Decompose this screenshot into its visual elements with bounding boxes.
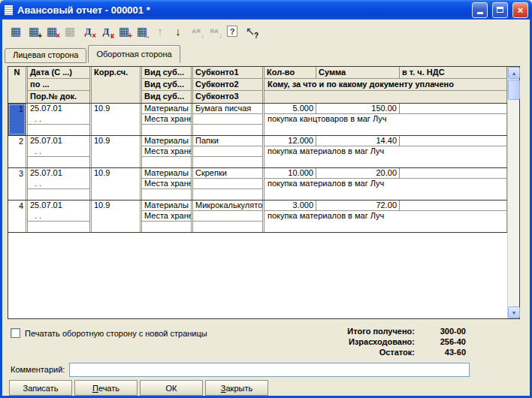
cell-corr[interactable]: 10.9 (92, 201, 140, 211)
cell-qty[interactable]: 10.000 (264, 168, 316, 179)
cell-date-to[interactable]: . . (28, 179, 89, 189)
comment-label: Комментарий: (11, 365, 65, 374)
cell-vid3[interactable] (142, 189, 191, 200)
cell-docnum[interactable] (28, 189, 89, 200)
cell-sub2[interactable] (193, 146, 262, 157)
cell-date-to[interactable]: . . (28, 114, 89, 125)
cell-sum[interactable]: 72.00 (316, 201, 400, 211)
table-row: 3 25.07.01 . . 10.9 Материалы Места хран… (8, 168, 507, 201)
cell-vid2[interactable]: Места хранения (142, 211, 191, 222)
cell-sub3[interactable] (193, 189, 262, 200)
cell-vid1[interactable]: Материалы (142, 168, 191, 179)
header-date3: Пор.№ док. (28, 91, 89, 103)
cell-sub2[interactable] (193, 114, 262, 125)
delete-row-icon[interactable]: ▦× (43, 23, 61, 40)
title-bar[interactable]: Авансовый отчет - 000001 * × (0, 0, 532, 20)
dk-icon[interactable]: Дк (97, 23, 115, 40)
corr-column: 10.9 (91, 168, 141, 200)
cell-sub3[interactable] (193, 157, 262, 167)
insert-row-icon[interactable]: ▦ (7, 23, 25, 40)
cell-sub1[interactable]: Папки (193, 136, 262, 146)
move-down-icon[interactable]: ↓ (169, 23, 187, 40)
cell-vid1[interactable]: Материалы (142, 201, 191, 211)
sort-az-icon: АЯ↓ (187, 23, 205, 40)
cell-comment[interactable]: покупка канцтоваров в маг Луч (264, 114, 506, 125)
cell-vid1[interactable]: Материалы (142, 104, 191, 114)
cell-date-to[interactable]: . . (28, 146, 89, 157)
row-number-cell[interactable]: 1 (8, 104, 26, 135)
cell-comment[interactable]: покупка материалов в маг Луч (264, 146, 506, 157)
cell-corr[interactable]: 10.9 (92, 168, 140, 179)
table-header: N Дата (С ...) по ... Пор.№ док. Корр.сч… (8, 67, 507, 104)
cell-sum[interactable]: 150.00 (316, 104, 400, 114)
tab-front-side[interactable]: Лицевая сторона (5, 48, 86, 63)
date-column: 25.07.01 . . (27, 201, 90, 232)
cell-vid2[interactable]: Места хранения (142, 114, 191, 125)
cell-sub3[interactable] (193, 125, 262, 135)
cell-vid2[interactable]: Места хранения (142, 146, 191, 157)
goto-row-icon[interactable]: ▦→ (133, 23, 151, 40)
cell-qty[interactable]: 3.000 (264, 201, 316, 211)
row-number-cell[interactable]: 2 (8, 136, 26, 167)
header-payee: Кому, за что и по какому документу уплач… (264, 79, 506, 91)
cell-sub3[interactable] (193, 222, 262, 232)
cell-vid3[interactable] (142, 125, 191, 135)
cell-docnum[interactable] (28, 157, 89, 167)
scroll-up-icon[interactable]: ▲ (508, 67, 520, 79)
cell-vid1[interactable]: Материалы (142, 136, 191, 146)
close-button[interactable]: × (512, 2, 528, 18)
cell-sub1[interactable]: Бумага писчая (193, 104, 262, 114)
cell-date-to[interactable]: . . (28, 211, 89, 222)
cell-date[interactable]: 25.07.01 (28, 201, 89, 211)
dk-cross-icon[interactable]: Д× (79, 23, 97, 40)
cell-sub2[interactable] (193, 211, 262, 222)
save-button[interactable]: Записать (9, 380, 72, 396)
icon-glyph: ЯА (210, 29, 219, 35)
cell-date[interactable]: 25.07.01 (28, 104, 89, 114)
row-number-cell[interactable]: 3 (8, 168, 26, 200)
cell-date[interactable]: 25.07.01 (28, 168, 89, 179)
cell-date[interactable]: 25.07.01 (28, 136, 89, 146)
advance-report-window: { "colors": { "titlebar": "#0b4fd7", "se… (0, 0, 532, 398)
cell-vat[interactable] (400, 201, 506, 211)
help-icon[interactable]: ? (223, 23, 241, 40)
cell-sum[interactable]: 14.40 (316, 136, 400, 146)
vertical-scrollbar[interactable]: ▲ ▼ (507, 67, 519, 318)
cell-vid2[interactable]: Места хранения (142, 179, 191, 189)
scrollbar-thumb[interactable] (508, 80, 520, 100)
cell-docnum[interactable] (28, 125, 89, 135)
cell-docnum[interactable] (28, 222, 89, 232)
cell-corr[interactable]: 10.9 (92, 104, 140, 114)
add-row-icon[interactable]: ▦+ (25, 23, 43, 40)
minimize-button[interactable] (472, 2, 488, 18)
ok-button[interactable]: ОК (140, 380, 203, 396)
cell-vat[interactable] (400, 136, 506, 146)
cell-sub1[interactable]: Скрепки (193, 168, 262, 179)
vid-column: Материалы Места хранения (141, 104, 192, 135)
cell-vat[interactable] (400, 104, 506, 114)
amounts-column: 5.000 150.00 покупка канцтоваров в маг Л… (264, 104, 507, 135)
cell-comment[interactable]: покупка материалов в маг Луч (264, 211, 506, 222)
context-help-icon[interactable]: ↖? (241, 23, 259, 40)
cell-qty[interactable]: 5.000 (264, 104, 316, 114)
cell-corr[interactable]: 10.9 (92, 136, 140, 146)
cell-vat[interactable] (400, 168, 506, 179)
icon-overlay: ↓ (219, 32, 222, 40)
cell-sub2[interactable] (193, 179, 262, 189)
cell-sub1[interactable]: Микрокалькулятор (193, 201, 262, 211)
cell-comment[interactable]: покупка материалов в маг Луч (264, 179, 506, 189)
edit-row-icon[interactable]: ▦+ (115, 23, 133, 40)
cell-vid3[interactable] (142, 222, 191, 232)
cell-qty[interactable]: 12.000 (264, 136, 316, 146)
close-dialog-button[interactable]: Закрыть (205, 380, 268, 396)
tab-back-side[interactable]: Оборотная сторона (88, 45, 180, 63)
row-number-cell[interactable]: 4 (8, 201, 26, 232)
print-button[interactable]: Печать (74, 380, 138, 396)
maximize-button[interactable] (492, 2, 508, 18)
scroll-down-icon[interactable]: ▼ (508, 306, 520, 318)
cell-sum[interactable]: 20.00 (316, 168, 400, 179)
corr-column: 10.9 (91, 136, 141, 167)
cell-vid3[interactable] (142, 157, 191, 167)
print-checkbox[interactable] (11, 328, 20, 338)
comment-input[interactable] (69, 363, 470, 377)
